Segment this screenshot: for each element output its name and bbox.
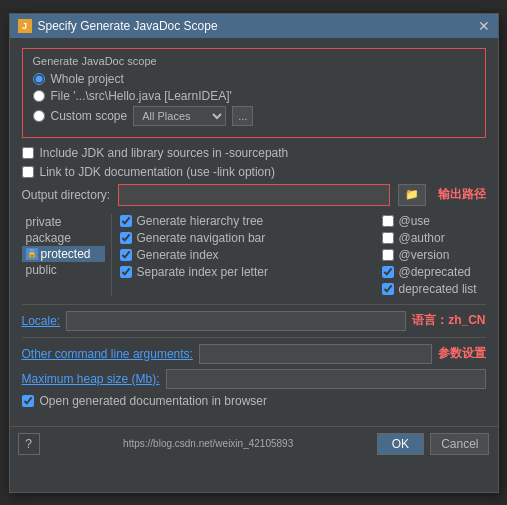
ok-cancel-group: OK Cancel xyxy=(377,433,490,455)
title-bar-left: J Specify Generate JavaDoc Scope xyxy=(18,19,218,33)
check-hierarchy-label: Generate hierarchy tree xyxy=(137,214,264,228)
output-dir-input[interactable] xyxy=(118,184,389,206)
check-navigation-label: Generate navigation bar xyxy=(137,231,266,245)
middle-checks-panel: Generate hierarchy tree Generate navigat… xyxy=(120,214,376,296)
radio-row-custom: Custom scope All Places Project Files Mo… xyxy=(33,106,475,126)
access-package[interactable]: package xyxy=(22,230,105,246)
scope-dropdown[interactable]: All Places Project Files Module Files xyxy=(133,106,226,126)
bottom-bar: ? https://blog.csdn.net/weixin_42105893 … xyxy=(10,426,498,461)
check-deprecated-label: @deprecated xyxy=(399,265,471,279)
link-jdk-row: Link to JDK documentation (use -link opt… xyxy=(22,165,486,179)
cancel-button[interactable]: Cancel xyxy=(430,433,489,455)
radio-file-label: File '...\src\Hello.java [LearnIDEA]' xyxy=(51,89,232,103)
radio-custom-label: Custom scope xyxy=(51,109,128,123)
access-levels-panel: private package 🔒 protected public xyxy=(22,214,112,296)
check-use-label: @use xyxy=(399,214,431,228)
check-version-label: @version xyxy=(399,248,450,262)
right-check-row-2: @version xyxy=(382,248,486,262)
output-dir-browse-button[interactable]: 📁 xyxy=(398,184,426,206)
link-jdk-label: Link to JDK documentation (use -link opt… xyxy=(40,165,275,179)
locale-label[interactable]: Locale: xyxy=(22,314,61,328)
check-deprecated-list[interactable] xyxy=(382,283,394,295)
middle-check-row-1: Generate navigation bar xyxy=(120,231,376,245)
check-version[interactable] xyxy=(382,249,394,261)
output-dir-label: Output directory: xyxy=(22,188,111,202)
right-checks-panel: @use @author @version @deprecated deprec… xyxy=(376,214,486,296)
middle-check-row-2: Generate index xyxy=(120,248,376,262)
middle-check-row-0: Generate hierarchy tree xyxy=(120,214,376,228)
right-check-row-4: deprecated list xyxy=(382,282,486,296)
title-bar: J Specify Generate JavaDoc Scope ✕ xyxy=(10,14,498,38)
access-protected-label: protected xyxy=(41,247,91,261)
heap-label[interactable]: Maximum heap size (Mb): xyxy=(22,372,160,386)
scope-group: Generate JavaDoc scope Whole project Fil… xyxy=(22,48,486,138)
right-check-row-1: @author xyxy=(382,231,486,245)
link-jdk-checkbox[interactable] xyxy=(22,166,34,178)
cmdline-row: Other command line arguments: 参数设置 xyxy=(22,344,486,364)
output-dir-row: Output directory: 📁 输出路径 xyxy=(22,184,486,206)
radio-custom[interactable] xyxy=(33,110,45,122)
divider-2 xyxy=(22,337,486,338)
help-button[interactable]: ? xyxy=(18,433,40,455)
dialog-title: Specify Generate JavaDoc Scope xyxy=(38,19,218,33)
check-generate-index-label: Generate index xyxy=(137,248,219,262)
include-jdk-checkbox[interactable] xyxy=(22,147,34,159)
radio-row-whole: Whole project xyxy=(33,72,475,86)
locale-input[interactable] xyxy=(66,311,406,331)
dialog-body: Generate JavaDoc scope Whole project Fil… xyxy=(10,38,498,426)
check-hierarchy-tree[interactable] xyxy=(120,215,132,227)
access-private[interactable]: private xyxy=(22,214,105,230)
radio-whole-label: Whole project xyxy=(51,72,124,86)
check-generate-index[interactable] xyxy=(120,249,132,261)
heap-row: Maximum heap size (Mb): xyxy=(22,369,486,389)
close-button[interactable]: ✕ xyxy=(478,19,490,33)
radio-file[interactable] xyxy=(33,90,45,102)
java-icon: J xyxy=(18,19,32,33)
right-check-row-0: @use xyxy=(382,214,486,228)
cmdline-label[interactable]: Other command line arguments: xyxy=(22,347,193,361)
heap-input[interactable] xyxy=(166,369,486,389)
check-separate-index[interactable] xyxy=(120,266,132,278)
radio-row-file: File '...\src\Hello.java [LearnIDEA]' xyxy=(33,89,475,103)
include-jdk-label: Include JDK and library sources in -sour… xyxy=(40,146,289,160)
check-separate-index-label: Separate index per letter xyxy=(137,265,268,279)
check-deprecated-list-label: deprecated list xyxy=(399,282,477,296)
include-jdk-row: Include JDK and library sources in -sour… xyxy=(22,146,486,160)
cmdline-annotation: 参数设置 xyxy=(438,345,486,362)
watermark: https://blog.csdn.net/weixin_42105893 xyxy=(123,438,293,449)
open-browser-checkbox[interactable] xyxy=(22,395,34,407)
right-check-row-3: @deprecated xyxy=(382,265,486,279)
radio-whole-project[interactable] xyxy=(33,73,45,85)
scope-ellipsis-button[interactable]: ... xyxy=(232,106,253,126)
open-browser-row: Open generated documentation in browser xyxy=(22,394,486,408)
cmdline-input[interactable] xyxy=(199,344,432,364)
check-author-label: @author xyxy=(399,231,445,245)
divider-1 xyxy=(22,304,486,305)
main-section: private package 🔒 protected public Gener… xyxy=(22,214,486,296)
check-navigation-bar[interactable] xyxy=(120,232,132,244)
scope-legend: Generate JavaDoc scope xyxy=(33,55,475,67)
open-browser-label: Open generated documentation in browser xyxy=(40,394,267,408)
check-use[interactable] xyxy=(382,215,394,227)
check-deprecated[interactable] xyxy=(382,266,394,278)
output-dir-annotation: 输出路径 xyxy=(438,186,486,203)
ok-button[interactable]: OK xyxy=(377,433,424,455)
locale-annotation: 语言：zh_CN xyxy=(412,312,485,329)
access-protected[interactable]: 🔒 protected xyxy=(22,246,105,262)
check-author[interactable] xyxy=(382,232,394,244)
access-public[interactable]: public xyxy=(22,262,105,278)
locale-row: Locale: 语言：zh_CN xyxy=(22,311,486,331)
protect-icon: 🔒 xyxy=(26,248,38,260)
dialog: J Specify Generate JavaDoc Scope ✕ Gener… xyxy=(9,13,499,493)
middle-check-row-3: Separate index per letter xyxy=(120,265,376,279)
